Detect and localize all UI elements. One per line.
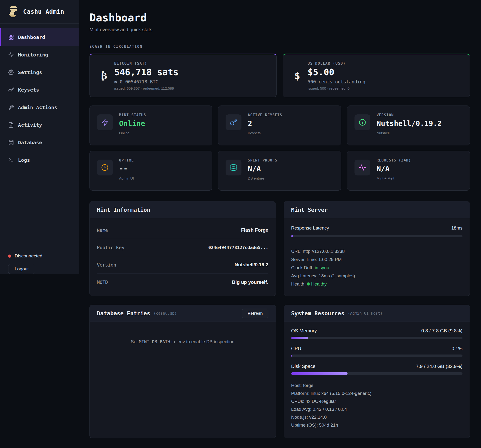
mint-server-header: Mint Server: [284, 201, 470, 218]
stat-icon-tile: [354, 160, 370, 176]
stat-value: --: [119, 164, 134, 173]
row-label: MOTD: [97, 279, 108, 285]
system-resources-card: System Resources (Admin UI Host) OS Memo…: [284, 305, 470, 438]
dollar-icon: $: [292, 70, 303, 81]
ecash-card-label: BITCOIN (SAT): [114, 61, 179, 66]
sidebar-item-logs[interactable]: Logs: [0, 151, 79, 169]
mint-server-card: Mint Server Response Latency 18ms URL: h…: [284, 201, 470, 296]
active-keysets-card: ACTIVE KEYSETS 2 Keysets: [218, 105, 341, 145]
sidebar-item-label: Logs: [18, 157, 30, 163]
meter-label: CPU: [291, 346, 301, 351]
gear-icon: [8, 69, 14, 75]
sidebar-item-dashboard[interactable]: Dashboard: [0, 28, 79, 46]
stat-value: N/A: [248, 164, 277, 173]
activity-icon: [359, 164, 366, 171]
zap-icon: [101, 119, 108, 126]
mint-info-row-name: Name Flash Forge: [97, 222, 268, 239]
sidebar-item-keysets[interactable]: Keysets: [0, 81, 79, 99]
card-subtitle: (Admin UI Host): [348, 311, 383, 316]
key-icon: [230, 119, 237, 126]
mint-info-row-version: Version Nutshell/0.19.2: [97, 256, 268, 273]
disconnected-dot-icon: [8, 255, 11, 258]
line-label: Clock Drift:: [291, 265, 314, 270]
line-value: http://127.0.0.1:3338: [303, 249, 345, 254]
response-latency-row: Response Latency 18ms: [291, 225, 463, 231]
database-entries-card: Database Entries (cashu.db) Refresh Set …: [90, 305, 276, 438]
system-resources-header: System Resources (Admin UI Host): [284, 305, 470, 322]
ecash-section-label: ECASH IN CIRCULATION: [90, 44, 470, 49]
terminal-icon: [8, 157, 14, 163]
card-subtitle: (cashu.db): [154, 311, 177, 316]
page-subtitle: Mint overview and quick stats: [90, 27, 470, 32]
clock-icon: [101, 164, 108, 171]
ecash-card-value: $5.00: [308, 67, 365, 77]
disk-space-fill: [291, 372, 347, 375]
load-avg-line: Load Avg: 0.42 / 0.13 / 0.04: [291, 405, 463, 413]
health-line: Health:Healthy: [291, 280, 463, 288]
os-uptime-line: Uptime (OS): 504d 21h: [291, 421, 463, 429]
stat-label: REQUESTS (24H): [377, 158, 411, 162]
stat-sublabel: Mint + Melt: [377, 176, 411, 180]
stat-value: 2: [248, 119, 282, 128]
stat-icon-tile: [225, 114, 241, 130]
stat-label: VERSION: [377, 113, 442, 117]
ecash-card-meta: issued: 659,307 · redeemed: 112,589: [114, 86, 179, 90]
row-label: Public Key: [97, 245, 124, 250]
latency-label: Response Latency: [291, 225, 329, 231]
latency-progress-fill: [291, 235, 293, 237]
cpu-bar: [291, 354, 463, 357]
disk-space-bar: [291, 372, 463, 375]
mint-information-card: Mint Information Name Flash Forge Public…: [90, 201, 276, 296]
line-value: 18ms (1 samples): [319, 273, 355, 278]
spent-proofs-card: SPENT PROOFS N/A DB entries: [218, 151, 341, 191]
bitcoin-icon: ₿: [98, 70, 109, 81]
stat-value: N/A: [377, 164, 411, 173]
sidebar-item-label: Activity: [18, 122, 42, 128]
message-prefix: Set: [131, 339, 139, 344]
ecash-card-approx: ≈ 0.00546718 BTC: [114, 79, 179, 84]
nodejs-line: Node.js: v22.14.0: [291, 413, 463, 421]
avg-latency-line: Avg Latency: 18ms (1 samples): [291, 272, 463, 280]
requests-24h-card: REQUESTS (24H) N/A Mint + Melt: [347, 151, 470, 191]
server-time-line: Server Time: 1:00:29 PM: [291, 256, 463, 264]
ecash-card-approx: 500 cents outstanding: [308, 79, 365, 84]
app-title: Cashu Admin: [23, 8, 64, 15]
line-value: Healthy: [311, 281, 327, 286]
sidebar-item-activity[interactable]: Activity: [0, 116, 79, 134]
card-title: System Resources: [291, 310, 345, 316]
message-suffix: in .env to enable DB inspection: [170, 339, 234, 344]
stat-sublabel: Online: [119, 131, 146, 135]
wrench-icon: [8, 104, 14, 110]
row-label: Version: [97, 262, 116, 267]
brand: Cashu Admin: [0, 0, 79, 23]
stat-label: SPENT PROOFS: [248, 158, 277, 162]
os-memory-bar: [291, 337, 463, 339]
usd-circulation-card: $ US DOLLAR (USD) $5.00 500 cents outsta…: [283, 54, 470, 97]
meter-value: 7.9 / 24.0 GB (32.9%): [416, 364, 462, 369]
refresh-button[interactable]: Refresh: [242, 308, 268, 318]
sidebar-nav: Dashboard Monitoring Settings Keysets Ad…: [0, 23, 79, 169]
sidebar-item-settings[interactable]: Settings: [0, 63, 79, 81]
ecash-card-value: 546,718 sats: [114, 67, 179, 77]
os-memory-meter: OS Memory 0.8 / 7.8 GB (9.8%): [291, 328, 463, 339]
sidebar-item-database[interactable]: Database: [0, 134, 79, 151]
database-icon: [8, 140, 14, 145]
mint-information-header: Mint Information: [90, 201, 276, 218]
database-icon: [230, 164, 237, 171]
os-memory-fill: [291, 337, 308, 339]
card-title: Mint Information: [97, 207, 150, 213]
file-text-icon: [8, 122, 14, 128]
stat-label: UPTIME: [119, 158, 134, 162]
sidebar-item-admin-actions[interactable]: Admin Actions: [0, 99, 79, 116]
uptime-card: UPTIME -- Admin UI: [90, 151, 212, 191]
stat-sublabel: Admin UI: [119, 176, 134, 180]
sidebar-item-label: Database: [18, 140, 42, 145]
stat-label: ACTIVE KEYSETS: [248, 113, 282, 117]
ecash-card-meta: issued: 500 · redeemed: 0: [308, 86, 365, 90]
stat-value: Nutshell/0.19.2: [377, 119, 442, 128]
stat-icon-tile: [97, 114, 113, 130]
logout-button[interactable]: Logout: [8, 264, 35, 274]
sidebar-item-monitoring[interactable]: Monitoring: [0, 46, 79, 63]
clock-drift-line: Clock Drift: in sync: [291, 264, 463, 272]
key-icon: [8, 87, 14, 93]
